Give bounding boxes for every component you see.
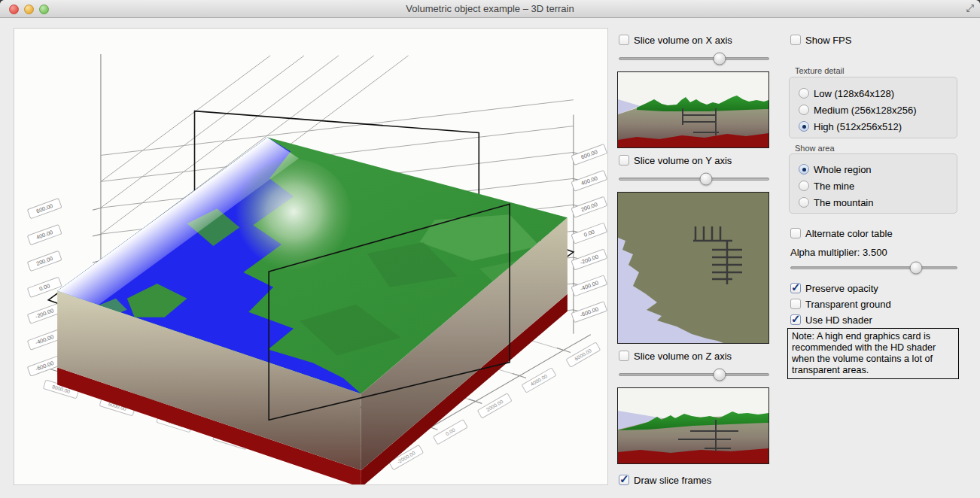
slider-track[interactable] bbox=[790, 266, 957, 269]
radio-label: The mine bbox=[814, 181, 854, 192]
radio-the-mine[interactable]: The mine bbox=[799, 179, 957, 193]
slice-z-preview bbox=[617, 387, 769, 464]
right-axis-labels: 600.00 400.00 200.00 0.00 -200.00 -400.0… bbox=[571, 144, 607, 323]
radio-texture-medium[interactable]: Medium (256x128x256) bbox=[799, 103, 957, 117]
slice-z-slider-handle[interactable] bbox=[714, 369, 726, 381]
slice-z-slider[interactable] bbox=[619, 369, 769, 381]
show-area-group: Whole region The mine The mountain bbox=[789, 153, 957, 214]
slice-x-slider-handle[interactable] bbox=[714, 53, 726, 65]
window-title: Volumetric object example – 3D terrain bbox=[0, 3, 980, 14]
radio-label: The mountain bbox=[814, 197, 874, 208]
radio-button[interactable] bbox=[799, 164, 809, 175]
terrain-volume bbox=[57, 138, 568, 485]
radio-the-mountain[interactable]: The mountain bbox=[799, 196, 957, 209]
left-axis-labels: 600.00 400.00 200.00 0.00 -200.00 -400.0… bbox=[27, 199, 62, 376]
radio-label: Medium (256x128x256) bbox=[814, 105, 917, 116]
alpha-multiplier-label: Alpha multiplier: 3.500 bbox=[790, 245, 887, 259]
checkbox-box[interactable] bbox=[790, 283, 801, 293]
checkbox-label: Transparent ground bbox=[805, 299, 891, 310]
slice-y-checkbox[interactable]: Slice volume on Y axis bbox=[619, 153, 732, 167]
radio-texture-low[interactable]: Low (128x64x128) bbox=[799, 87, 957, 100]
texture-detail-group-label: Texture detail bbox=[795, 66, 844, 75]
show-fps-checkbox[interactable]: Show FPS bbox=[790, 33, 851, 47]
resize-icon[interactable]: ⤢ bbox=[966, 2, 974, 14]
radio-button[interactable] bbox=[799, 121, 809, 132]
slice-x-checkbox[interactable]: Slice volume on X axis bbox=[619, 33, 732, 47]
radio-label: High (512x256x512) bbox=[814, 121, 902, 132]
radio-button[interactable] bbox=[799, 88, 809, 99]
radio-button[interactable] bbox=[799, 181, 809, 191]
show-area-group-label: Show area bbox=[795, 144, 835, 153]
checkbox-label: Draw slice frames bbox=[634, 475, 711, 486]
draw-slice-frames-checkbox[interactable]: Draw slice frames bbox=[619, 473, 711, 487]
slice-y-slider-handle[interactable] bbox=[700, 173, 713, 186]
checkbox-label: Show FPS bbox=[805, 35, 851, 46]
alpha-slider-handle[interactable] bbox=[909, 262, 922, 275]
note-text: Note: A high end graphics card is recomm… bbox=[787, 328, 959, 379]
slice-x-slider[interactable] bbox=[619, 53, 769, 65]
slice-z-checkbox[interactable]: Slice volume on Z axis bbox=[619, 349, 732, 363]
checkbox-label: Preserve opacity bbox=[805, 283, 878, 294]
checkbox-label: Alternate color table bbox=[805, 228, 893, 239]
radio-whole-region[interactable]: Whole region bbox=[799, 162, 957, 176]
slice-y-slider[interactable] bbox=[619, 173, 769, 185]
slice-y-preview bbox=[617, 192, 769, 344]
preserve-opacity-checkbox[interactable]: Preserve opacity bbox=[790, 281, 878, 295]
slider-track[interactable] bbox=[619, 57, 769, 60]
checkbox-box[interactable] bbox=[790, 299, 801, 309]
checkbox-label: Slice volume on X axis bbox=[634, 35, 732, 46]
checkbox-box[interactable] bbox=[619, 35, 629, 45]
checkbox-box[interactable] bbox=[619, 155, 629, 165]
radio-button[interactable] bbox=[799, 105, 809, 115]
checkbox-box[interactable] bbox=[619, 475, 629, 485]
checkbox-box[interactable] bbox=[619, 351, 629, 361]
transparent-ground-checkbox[interactable]: Transparent ground bbox=[790, 297, 891, 311]
radio-label: Whole region bbox=[814, 164, 872, 175]
use-hd-shader-checkbox[interactable]: Use HD shader bbox=[790, 313, 872, 326]
title-bar[interactable]: Volumetric object example – 3D terrain ⤢ bbox=[0, 0, 980, 18]
alpha-slider[interactable] bbox=[790, 262, 957, 274]
radio-label: Low (128x64x128) bbox=[814, 88, 894, 99]
checkbox-label: Use HD shader bbox=[805, 314, 872, 326]
terrain-3d-view[interactable]: 600.00 400.00 200.00 0.00 -200.00 -400.0… bbox=[14, 28, 608, 485]
slider-track[interactable] bbox=[619, 178, 769, 181]
slider-track[interactable] bbox=[619, 373, 769, 376]
slice-x-preview bbox=[617, 71, 769, 148]
mountain-peak bbox=[235, 159, 352, 275]
checkbox-box[interactable] bbox=[790, 35, 801, 45]
alternate-color-table-checkbox[interactable]: Alternate color table bbox=[790, 226, 893, 240]
app-window: Volumetric object example – 3D terrain ⤢ bbox=[0, 0, 980, 498]
checkbox-label: Slice volume on Y axis bbox=[634, 155, 732, 166]
radio-button[interactable] bbox=[799, 197, 809, 208]
radio-texture-high[interactable]: High (512x256x512) bbox=[799, 120, 957, 133]
checkbox-box[interactable] bbox=[790, 314, 801, 325]
checkbox-label: Slice volume on Z axis bbox=[634, 351, 732, 362]
checkbox-box[interactable] bbox=[790, 228, 801, 238]
texture-detail-group: Low (128x64x128) Medium (256x128x256) Hi… bbox=[789, 77, 957, 138]
